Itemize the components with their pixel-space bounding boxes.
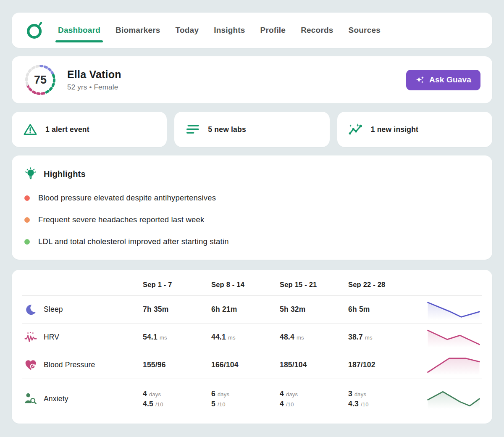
sparkline-chart [427,300,480,320]
nav-tab-sources[interactable]: Sources [349,26,381,35]
metric-value-cell: 187/102 [348,361,420,369]
metric-value-cell: 44.1ms [211,333,280,342]
metric-value: 166/104 [211,361,239,369]
sparkline-chart [427,327,480,347]
column-header-sep-15-21: Sep 15 - 21 [280,281,348,289]
metric-unit: ms [297,334,304,341]
metric-value: 6h 5m [348,305,370,314]
metric-value-cell: 38.7ms [348,333,420,342]
metric-unit: days [286,391,298,398]
metric-value-cell: 4days4.5/10 [143,390,211,408]
metric-name: HRV [44,333,59,342]
metric-unit: days [218,391,229,398]
metric-value: 4 [143,390,147,398]
nav-tab-biomarkers[interactable]: Biomarkers [116,26,160,35]
alert-triangle-icon [23,122,38,137]
nav-tab-insights[interactable]: Insights [214,26,245,35]
column-header-sep-22-28: Sep 22 - 28 [348,281,420,289]
table-row-anxiety[interactable]: Anxiety4days4.5/106days5/104days4/103day… [22,379,482,419]
metric-value: 5h 32m [280,305,306,314]
metric-value: 54.1 [143,333,158,342]
table-header-row: Sep 1 - 7Sep 8 - 14Sep 15 - 21Sep 22 - 2… [22,274,482,296]
metric-value-cell: 6h 21m [211,305,280,314]
nav-tab-records[interactable]: Records [301,26,333,35]
highlight-item: Frequent severe headaches reported last … [24,215,480,224]
metric-unit: /10 [286,401,294,408]
highlight-bullet-dot [24,195,30,201]
stat-card-5-new-labs[interactable]: 5 new labs [174,112,329,147]
metric-unit: ms [160,334,167,341]
highlight-text: LDL and total cholesterol improved after… [38,237,229,246]
highlight-bullet-dot [24,239,30,245]
guava-logo[interactable] [24,19,46,41]
metric-unit: ms [228,334,236,341]
metric-unit: days [149,391,161,398]
metric-value: 44.1 [211,333,226,342]
metric-name: Anxiety [44,395,68,403]
stat-label: 1 alert event [45,125,89,134]
metric-value: 7h 35m [143,305,169,314]
sparkles-icon [415,75,425,85]
stat-cards-row: 1 alert event5 new labs1 new insight [12,112,492,147]
ask-guava-label: Ask Guava [429,75,471,84]
highlight-text: Frequent severe headaches reported last … [38,215,204,224]
highlights-card: Highlights Blood pressure elevated despi… [12,155,492,260]
metric-value: 3 [348,390,352,398]
metric-unit: /10 [155,401,163,408]
patient-meta: 52 yrs • Female [67,83,121,92]
metric-value-cell: 166/104 [211,361,280,369]
health-score-value: 75 [24,63,57,97]
moon-icon [24,303,37,316]
metric-value-cell: 7h 35m [143,305,211,314]
metric-value-cell: 3days4.3/10 [348,390,420,408]
heart-gauge-icon [24,359,37,371]
highlight-item: LDL and total cholesterol improved after… [24,237,480,246]
nav-tab-today[interactable]: Today [176,26,199,35]
lightbulb-icon [24,167,37,181]
metric-value-cell: 5h 32m [280,305,348,314]
metric-value-cell: 6days5/10 [211,390,280,408]
metric-value-cell: 54.1ms [143,333,211,342]
metric-value: 4.3 [348,400,359,408]
metric-value-cell: 48.4ms [280,333,348,342]
metric-name: Sleep [44,305,63,314]
column-header-sep-8-14: Sep 8 - 14 [211,281,280,289]
hrv-waveform-icon [24,331,37,344]
profile-card: 75 Ella Vation 52 yrs • Female Ask Guava [12,56,492,103]
person-search-icon [24,392,37,405]
profile-identity: Ella Vation 52 yrs • Female [67,68,121,92]
patient-name: Ella Vation [67,68,121,81]
nav-tabs: DashboardBiomarkersTodayInsightsProfileR… [58,26,381,35]
metric-value: 185/104 [280,361,307,369]
health-score-ring[interactable]: 75 [24,63,57,97]
metric-value: 5 [211,400,215,408]
column-header-sep-1-7: Sep 1 - 7 [143,281,211,289]
table-row-hrv[interactable]: HRV54.1ms44.1ms48.4ms38.7ms [22,324,482,351]
stat-card-1-alert-event[interactable]: 1 alert event [12,112,167,147]
labs-lines-icon [185,122,200,137]
metric-unit: days [354,391,366,398]
insight-trend-icon [348,122,363,137]
sparkline-chart [427,389,480,409]
table-row-sleep[interactable]: Sleep7h 35m6h 21m5h 32m6h 5m [22,296,482,324]
top-nav: DashboardBiomarkersTodayInsightsProfileR… [12,13,492,48]
highlight-item: Blood pressure elevated despite antihype… [24,193,480,203]
metric-value: 4.5 [143,400,153,408]
metric-unit: /10 [361,401,369,408]
metric-value: 155/96 [143,361,166,369]
stat-card-1-new-insight[interactable]: 1 new insight [337,112,492,147]
metric-name: Blood Pressure [44,361,95,369]
ask-guava-button[interactable]: Ask Guava [406,70,480,90]
highlight-bullet-dot [24,217,30,223]
nav-tab-profile[interactable]: Profile [260,26,286,35]
nav-tab-dashboard[interactable]: Dashboard [58,26,100,35]
metric-unit: ms [365,334,373,341]
stat-label: 5 new labs [208,125,246,134]
metric-value: 48.4 [280,333,294,342]
metric-value-cell: 155/96 [143,361,211,369]
highlight-text: Blood pressure elevated despite antihype… [38,193,216,203]
table-row-blood-pressure[interactable]: Blood Pressure155/96166/104185/104187/10… [22,351,482,379]
metric-unit: /10 [218,401,226,408]
sparkline-chart [427,355,480,375]
metric-value: 6h 21m [211,305,237,314]
